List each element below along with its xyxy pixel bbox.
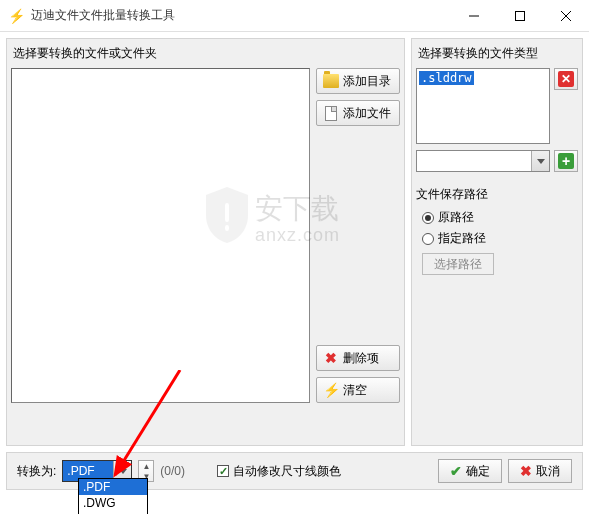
left-panel: 选择要转换的文件或文件夹 添加目录 添加文件 ✖ 删除项 ⚡ (6, 38, 405, 446)
dropdown-item[interactable]: .PDF (79, 479, 147, 495)
x-icon: ✖ (520, 463, 532, 479)
file-type-item[interactable]: .slddrw (419, 71, 474, 85)
content-area: 选择要转换的文件或文件夹 添加目录 添加文件 ✖ 删除项 ⚡ (0, 32, 589, 452)
radio-icon (422, 233, 434, 245)
count-label: (0/0) (160, 464, 185, 478)
plus-icon: + (558, 153, 574, 169)
clear-label: 清空 (343, 382, 367, 399)
maximize-button[interactable] (497, 0, 543, 32)
file-icon (323, 105, 339, 121)
save-path-label: 文件保存路径 (416, 186, 578, 203)
convert-to-label: 转换为: (17, 463, 56, 480)
svg-rect-1 (516, 11, 525, 20)
original-path-label: 原路径 (438, 209, 474, 226)
auto-modify-label: 自动修改尺寸线颜色 (233, 463, 341, 480)
window-controls (451, 0, 589, 32)
cancel-button[interactable]: ✖ 取消 (508, 459, 572, 483)
remove-icon: ✕ (558, 71, 574, 87)
file-select-label: 选择要转换的文件或文件夹 (11, 43, 400, 64)
minimize-button[interactable] (451, 0, 497, 32)
radio-icon (422, 212, 434, 224)
auto-modify-checkbox-row[interactable]: ✓ 自动修改尺寸线颜色 (217, 463, 341, 480)
dropdown-item[interactable]: .DWG (79, 495, 147, 511)
format-dropdown-list[interactable]: .PDF .DWG .DXF .STEP (78, 478, 148, 514)
close-button[interactable] (543, 0, 589, 32)
select-path-button: 选择路径 (422, 253, 494, 275)
right-panel: 选择要转换的文件类型 .slddrw ✕ + 文件保存路径 原路径 (411, 38, 583, 446)
format-selected: .PDF (67, 464, 94, 478)
select-path-label: 选择路径 (434, 256, 482, 273)
remove-type-button[interactable]: ✕ (554, 68, 578, 90)
ok-label: 确定 (466, 463, 490, 480)
add-type-button[interactable]: + (554, 150, 578, 172)
left-button-column: 添加目录 添加文件 ✖ 删除项 ⚡ 清空 (316, 68, 400, 403)
file-type-label: 选择要转换的文件类型 (416, 43, 578, 64)
clear-button[interactable]: ⚡ 清空 (316, 377, 400, 403)
spinner-up[interactable]: ▲ (139, 461, 153, 471)
add-dir-button[interactable]: 添加目录 (316, 68, 400, 94)
delete-item-button[interactable]: ✖ 删除项 (316, 345, 400, 371)
file-list[interactable] (11, 68, 310, 403)
type-combobox[interactable] (416, 150, 550, 172)
checkbox-icon: ✓ (217, 465, 229, 477)
cancel-label: 取消 (536, 463, 560, 480)
app-icon: ⚡ (8, 8, 25, 24)
titlebar: ⚡ 迈迪文件文件批量转换工具 (0, 0, 589, 32)
custom-path-radio-row[interactable]: 指定路径 (422, 230, 578, 247)
delete-icon: ✖ (323, 350, 339, 366)
add-dir-label: 添加目录 (343, 73, 391, 90)
chevron-down-icon (531, 151, 549, 171)
file-type-list[interactable]: .slddrw (416, 68, 550, 144)
original-path-radio-row[interactable]: 原路径 (422, 209, 578, 226)
delete-item-label: 删除项 (343, 350, 379, 367)
custom-path-label: 指定路径 (438, 230, 486, 247)
check-icon: ✔ (450, 463, 462, 479)
folder-icon (323, 73, 339, 89)
window-title: 迈迪文件文件批量转换工具 (31, 7, 451, 24)
add-file-button[interactable]: 添加文件 (316, 100, 400, 126)
add-file-label: 添加文件 (343, 105, 391, 122)
clear-icon: ⚡ (323, 382, 339, 398)
ok-button[interactable]: ✔ 确定 (438, 459, 502, 483)
